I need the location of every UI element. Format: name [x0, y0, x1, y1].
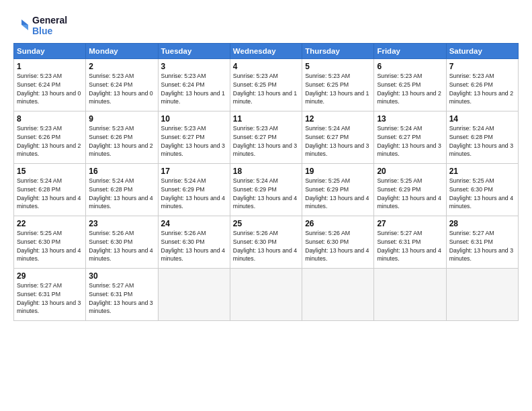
day-number: 18 — [233, 167, 299, 176]
weekday-header: Wednesday — [230, 44, 302, 59]
svg-marker-0 — [21, 19, 28, 25]
day-detail: Sunrise: 5:25 AMSunset: 6:30 PMDaylight:… — [449, 177, 515, 211]
day-number: 26 — [305, 219, 371, 228]
day-number: 13 — [377, 114, 443, 124]
calendar-cell — [158, 269, 230, 321]
day-detail: Sunrise: 5:25 AMSunset: 6:29 PMDaylight:… — [377, 177, 443, 211]
day-number: 8 — [17, 114, 83, 124]
weekday-header: Monday — [86, 44, 158, 59]
day-number: 23 — [89, 219, 154, 228]
day-detail: Sunrise: 5:23 AMSunset: 6:26 PMDaylight:… — [89, 124, 154, 158]
calendar-cell: 17Sunrise: 5:24 AMSunset: 6:29 PMDayligh… — [158, 164, 230, 216]
day-number: 1 — [17, 62, 83, 71]
day-number: 21 — [449, 167, 515, 176]
day-number: 3 — [161, 62, 227, 71]
day-detail: Sunrise: 5:23 AMSunset: 6:25 PMDaylight:… — [305, 72, 371, 106]
calendar-cell: 6Sunrise: 5:23 AMSunset: 6:25 PMDaylight… — [374, 59, 446, 111]
day-detail: Sunrise: 5:27 AMSunset: 6:31 PMDaylight:… — [17, 281, 83, 316]
day-detail: Sunrise: 5:23 AMSunset: 6:24 PMDaylight:… — [17, 72, 83, 106]
calendar: SundayMondayTuesdayWednesdayThursdayFrid… — [13, 43, 519, 321]
day-detail: Sunrise: 5:23 AMSunset: 6:27 PMDaylight:… — [233, 124, 299, 158]
day-number: 2 — [89, 62, 154, 71]
calendar-cell: 15Sunrise: 5:24 AMSunset: 6:28 PMDayligh… — [14, 164, 86, 216]
day-detail: Sunrise: 5:24 AMSunset: 6:27 PMDaylight:… — [377, 124, 443, 158]
day-number: 6 — [377, 62, 443, 71]
day-number: 17 — [161, 167, 227, 176]
day-number: 10 — [161, 114, 227, 124]
day-detail: Sunrise: 5:26 AMSunset: 6:30 PMDaylight:… — [233, 229, 299, 263]
logo-bird-icon — [13, 18, 28, 33]
calendar-header-row: SundayMondayTuesdayWednesdayThursdayFrid… — [14, 44, 519, 59]
day-detail: Sunrise: 5:24 AMSunset: 6:27 PMDaylight:… — [305, 124, 371, 158]
day-detail: Sunrise: 5:26 AMSunset: 6:30 PMDaylight:… — [305, 229, 371, 263]
calendar-cell: 10Sunrise: 5:23 AMSunset: 6:27 PMDayligh… — [158, 111, 230, 164]
day-detail: Sunrise: 5:24 AMSunset: 6:28 PMDaylight:… — [17, 177, 83, 211]
day-number: 9 — [89, 114, 154, 124]
day-number: 7 — [449, 62, 515, 71]
day-number: 27 — [377, 219, 443, 228]
calendar-cell: 26Sunrise: 5:26 AMSunset: 6:30 PMDayligh… — [302, 216, 374, 269]
day-detail: Sunrise: 5:24 AMSunset: 6:28 PMDaylight:… — [89, 177, 154, 211]
calendar-cell: 29Sunrise: 5:27 AMSunset: 6:31 PMDayligh… — [14, 269, 86, 321]
calendar-cell: 3Sunrise: 5:23 AMSunset: 6:24 PMDaylight… — [158, 59, 230, 111]
weekday-header: Thursday — [302, 44, 374, 59]
day-number: 22 — [17, 219, 83, 228]
logo-wordmark: General Blue — [32, 15, 67, 36]
day-detail: Sunrise: 5:24 AMSunset: 6:29 PMDaylight:… — [161, 177, 227, 211]
logo-container: General Blue — [13, 15, 67, 36]
calendar-cell: 24Sunrise: 5:26 AMSunset: 6:30 PMDayligh… — [158, 216, 230, 269]
day-detail: Sunrise: 5:24 AMSunset: 6:28 PMDaylight:… — [449, 124, 515, 158]
logo-general-text: General — [32, 15, 67, 26]
day-detail: Sunrise: 5:27 AMSunset: 6:31 PMDaylight:… — [89, 281, 154, 316]
day-number: 24 — [161, 219, 227, 228]
day-detail: Sunrise: 5:25 AMSunset: 6:29 PMDaylight:… — [305, 177, 371, 211]
day-detail: Sunrise: 5:27 AMSunset: 6:31 PMDaylight:… — [377, 229, 443, 263]
calendar-cell — [374, 269, 446, 321]
day-detail: Sunrise: 5:27 AMSunset: 6:31 PMDaylight:… — [449, 229, 515, 263]
weekday-header: Friday — [374, 44, 446, 59]
calendar-cell — [230, 269, 302, 321]
day-number: 16 — [89, 167, 154, 176]
calendar-cell: 20Sunrise: 5:25 AMSunset: 6:29 PMDayligh… — [374, 164, 446, 216]
page: General Blue SundayMondayTuesdayWednesda… — [0, 0, 532, 411]
weekday-header: Saturday — [446, 44, 518, 59]
day-number: 20 — [377, 167, 443, 176]
calendar-cell: 5Sunrise: 5:23 AMSunset: 6:25 PMDaylight… — [302, 59, 374, 111]
calendar-cell: 7Sunrise: 5:23 AMSunset: 6:26 PMDaylight… — [446, 59, 518, 111]
day-number: 25 — [233, 219, 299, 228]
day-number: 19 — [305, 167, 371, 176]
weekday-header: Tuesday — [158, 44, 230, 59]
calendar-cell: 22Sunrise: 5:25 AMSunset: 6:30 PMDayligh… — [14, 216, 86, 269]
day-number: 11 — [233, 114, 299, 124]
weekday-header: Sunday — [14, 44, 86, 59]
day-detail: Sunrise: 5:23 AMSunset: 6:25 PMDaylight:… — [233, 72, 299, 106]
day-detail: Sunrise: 5:26 AMSunset: 6:30 PMDaylight:… — [89, 229, 154, 263]
day-detail: Sunrise: 5:23 AMSunset: 6:26 PMDaylight:… — [17, 124, 83, 158]
calendar-cell: 14Sunrise: 5:24 AMSunset: 6:28 PMDayligh… — [446, 111, 518, 164]
calendar-cell: 25Sunrise: 5:26 AMSunset: 6:30 PMDayligh… — [230, 216, 302, 269]
calendar-cell: 27Sunrise: 5:27 AMSunset: 6:31 PMDayligh… — [374, 216, 446, 269]
day-detail: Sunrise: 5:23 AMSunset: 6:24 PMDaylight:… — [161, 72, 227, 106]
calendar-cell: 21Sunrise: 5:25 AMSunset: 6:30 PMDayligh… — [446, 164, 518, 216]
day-detail: Sunrise: 5:23 AMSunset: 6:27 PMDaylight:… — [161, 124, 227, 158]
day-number: 14 — [449, 114, 515, 124]
calendar-cell: 12Sunrise: 5:24 AMSunset: 6:27 PMDayligh… — [302, 111, 374, 164]
calendar-cell — [302, 269, 374, 321]
svg-marker-1 — [21, 25, 28, 30]
day-number: 30 — [89, 271, 154, 281]
calendar-cell: 9Sunrise: 5:23 AMSunset: 6:26 PMDaylight… — [86, 111, 158, 164]
calendar-cell: 8Sunrise: 5:23 AMSunset: 6:26 PMDaylight… — [14, 111, 86, 164]
calendar-cell: 28Sunrise: 5:27 AMSunset: 6:31 PMDayligh… — [446, 216, 518, 269]
day-number: 12 — [305, 114, 371, 124]
calendar-cell: 23Sunrise: 5:26 AMSunset: 6:30 PMDayligh… — [86, 216, 158, 269]
logo-blue-text: Blue — [32, 26, 67, 36]
day-number: 15 — [17, 167, 83, 176]
calendar-cell: 11Sunrise: 5:23 AMSunset: 6:27 PMDayligh… — [230, 111, 302, 164]
calendar-cell: 30Sunrise: 5:27 AMSunset: 6:31 PMDayligh… — [86, 269, 158, 321]
calendar-cell: 18Sunrise: 5:24 AMSunset: 6:29 PMDayligh… — [230, 164, 302, 216]
calendar-cell — [446, 269, 518, 321]
day-detail: Sunrise: 5:23 AMSunset: 6:26 PMDaylight:… — [449, 72, 515, 106]
header: General Blue — [13, 12, 519, 36]
day-detail: Sunrise: 5:23 AMSunset: 6:25 PMDaylight:… — [377, 72, 443, 106]
day-detail: Sunrise: 5:23 AMSunset: 6:24 PMDaylight:… — [89, 72, 154, 106]
